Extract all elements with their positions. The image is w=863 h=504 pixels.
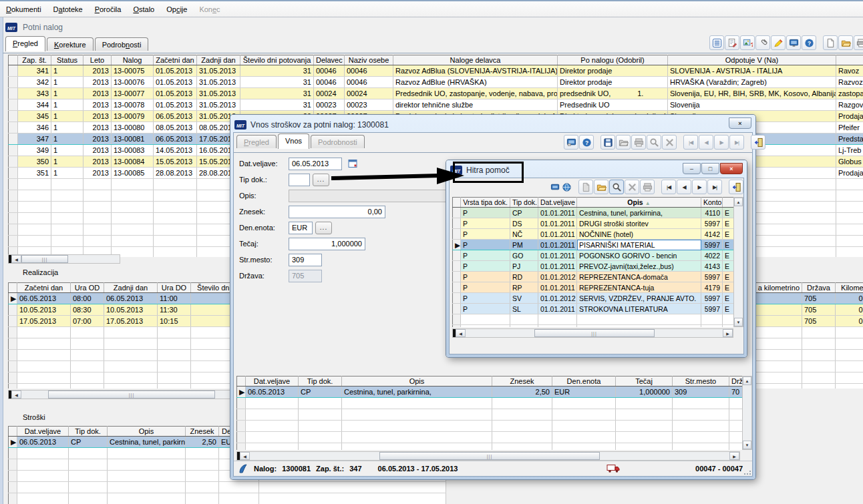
- row-selector[interactable]: [453, 229, 461, 240]
- nav-prev-icon[interactable]: ◀: [699, 135, 713, 150]
- scroll-track[interactable]: [734, 206, 743, 318]
- scroll-track[interactable]: [600, 452, 729, 460]
- menu-item-poročila[interactable]: Poročila: [89, 3, 128, 15]
- column-header-blank[interactable]: [237, 376, 246, 387]
- help-icon[interactable]: ?: [579, 135, 594, 150]
- row-selector[interactable]: [453, 325, 461, 328]
- list-icon[interactable]: [709, 35, 724, 50]
- column-header[interactable]: Znesek: [186, 427, 219, 437]
- scroll-left-button[interactable]: ◀: [240, 452, 250, 460]
- tab-vnos[interactable]: Vnos: [278, 134, 309, 149]
- row-selector[interactable]: [9, 111, 18, 122]
- scroll-track[interactable]: [466, 329, 534, 337]
- row-selector[interactable]: [453, 282, 461, 293]
- menu-item-dokumenti[interactable]: Dokumenti: [0, 3, 47, 15]
- column-header[interactable]: Zadnji dan: [197, 55, 240, 65]
- tip-dok-input[interactable]: [289, 174, 310, 186]
- column-header[interactable]: Država: [802, 283, 836, 293]
- column-header[interactable]: Dat.veljave: [538, 198, 577, 208]
- column-header[interactable]: Dat.veljave: [17, 427, 69, 437]
- dialog-titlebar[interactable]: MIT Vnos stroškov za potni nalog: 130008…: [233, 117, 753, 132]
- nav-first-icon[interactable]: |◀: [683, 135, 698, 150]
- row-selector[interactable]: [9, 459, 17, 471]
- scroll-thumb[interactable]: |||: [48, 391, 215, 399]
- search-icon[interactable]: [609, 180, 624, 194]
- column-header[interactable]: Opis: [108, 427, 186, 437]
- nav-next-icon[interactable]: ▶: [692, 180, 707, 194]
- scroll-right-button[interactable]: ▶: [723, 329, 733, 337]
- row-selector[interactable]: [9, 493, 17, 504]
- tab-podrobnosti[interactable]: Podrobnosti: [95, 37, 149, 51]
- column-header[interactable]: Po nalogu (Odobril): [558, 55, 668, 65]
- column-header[interactable]: Den.enota: [552, 376, 616, 387]
- tab-pregled[interactable]: Pregled: [5, 36, 45, 51]
- menu-item-ostalo[interactable]: Ostalo: [127, 3, 160, 15]
- row-selector[interactable]: [9, 65, 18, 77]
- minimize-icon[interactable]: –: [683, 163, 701, 174]
- column-header[interactable]: Konto B: [701, 198, 723, 208]
- search-icon[interactable]: [647, 135, 661, 150]
- column-header[interactable]: Leto: [83, 55, 112, 65]
- column-header-blank[interactable]: [836, 55, 863, 65]
- nav-next-icon[interactable]: ▶: [714, 135, 729, 150]
- column-header[interactable]: Tečaj: [616, 376, 673, 387]
- scroll-up-button[interactable]: ▲: [743, 376, 751, 385]
- column-header[interactable]: Delavec: [314, 55, 345, 65]
- grid-row[interactable]: PGO01.01.2011POGONSKO GORIVO - bencin402…: [453, 250, 734, 261]
- exit-icon[interactable]: [729, 180, 743, 194]
- column-header[interactable]: Opis▲: [577, 198, 701, 208]
- row-selector[interactable]: ▶: [9, 293, 17, 304]
- scroll-track[interactable]: [655, 329, 723, 337]
- nav-first-icon[interactable]: |◀: [661, 180, 676, 194]
- column-header[interactable]: Število dni potovanja: [240, 55, 314, 65]
- column-header[interactable]: Tip dok.: [69, 427, 108, 437]
- exit-icon[interactable]: [751, 135, 765, 150]
- column-header[interactable]: Zadnji dan: [104, 283, 158, 293]
- row-selector[interactable]: [453, 304, 461, 314]
- scroll-thumb[interactable]: |||: [379, 452, 600, 460]
- scroll-track[interactable]: [250, 452, 379, 460]
- scroll-left-button[interactable]: ◀: [11, 255, 21, 263]
- column-header[interactable]: Ura OD: [71, 283, 104, 293]
- row-selector[interactable]: [453, 314, 461, 325]
- print-icon[interactable]: [631, 135, 646, 150]
- scroll-track[interactable]: [743, 385, 751, 441]
- row-selector[interactable]: [9, 168, 18, 179]
- column-header-blank[interactable]: [9, 427, 17, 437]
- open-folder-icon[interactable]: [838, 35, 853, 50]
- row-selector[interactable]: [237, 443, 246, 451]
- column-header-blank[interactable]: [723, 198, 734, 208]
- column-header-blank[interactable]: [453, 198, 461, 208]
- row-selector[interactable]: [9, 99, 18, 111]
- column-header[interactable]: Dat.veljave: [246, 376, 299, 387]
- maximize-icon[interactable]: □: [701, 163, 719, 174]
- scroll-left-button[interactable]: ◀: [11, 391, 21, 399]
- column-header[interactable]: Nalog: [112, 55, 154, 65]
- help-icon[interactable]: ?: [802, 35, 816, 50]
- row-selector[interactable]: [9, 361, 17, 372]
- row-selector[interactable]: [9, 236, 18, 247]
- grid-row[interactable]: PSL01.01.2011STROKOVNA LITERATURA5997E: [453, 304, 734, 314]
- row-selector[interactable]: [9, 372, 17, 384]
- row-selector[interactable]: [9, 190, 18, 202]
- den-enota-lookup-button[interactable]: ...: [315, 222, 332, 234]
- row-selector[interactable]: ▶: [9, 437, 17, 448]
- grid-row[interactable]: ▶PPM01.01.2011PISARNIŠKI MATERIAL5997E: [453, 240, 734, 250]
- row-selector[interactable]: [9, 156, 18, 168]
- scroll-track[interactable]: [21, 391, 48, 399]
- menu-item-datoteke[interactable]: Datoteke: [47, 3, 89, 15]
- scroll-left-button[interactable]: ◀: [456, 329, 466, 337]
- grid-row[interactable]: PSV01.01.2012SERVIS, VZDRŽEV., PRANJE AV…: [453, 293, 734, 304]
- column-header-blank[interactable]: [9, 55, 18, 65]
- delete-icon[interactable]: [625, 180, 639, 194]
- print-icon[interactable]: [854, 35, 863, 50]
- str-mesto-input[interactable]: 309: [289, 254, 322, 266]
- scroll-track[interactable]: [68, 255, 120, 263]
- znesek-input[interactable]: 0,00: [289, 206, 385, 218]
- grid-row[interactable]: PNČ01.01.2011NOČNINE (hotel)4142E: [453, 229, 734, 240]
- column-header[interactable]: Zap. št.: [18, 55, 51, 65]
- column-header[interactable]: Status: [51, 55, 83, 65]
- grid-row[interactable]: PRP01.01.2011REPREZENTANCA-tuja4179E: [453, 282, 734, 293]
- column-header[interactable]: Str.mesto: [673, 376, 729, 387]
- column-header[interactable]: Začetni dan: [17, 283, 71, 293]
